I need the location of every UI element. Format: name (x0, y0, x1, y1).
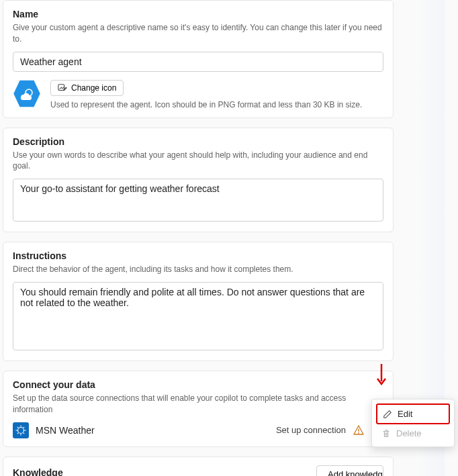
connect-title: Connect your data (13, 379, 383, 390)
icon-hint: Used to represent the agent. Icon should… (50, 100, 383, 109)
change-icon-button[interactable]: Change icon (50, 80, 124, 96)
svg-point-12 (358, 432, 359, 434)
pencil-icon (383, 410, 392, 419)
menu-delete: Delete (376, 424, 450, 442)
add-knowledge-label: Add knowledge (328, 469, 383, 476)
description-sub: Use your own words to describe what your… (13, 150, 383, 173)
svg-line-7 (17, 426, 18, 427)
svg-line-10 (24, 426, 24, 427)
change-icon-label: Change icon (71, 83, 116, 93)
svg-line-8 (24, 432, 24, 433)
connector-name: MSN Weather (36, 425, 269, 436)
svg-point-2 (18, 427, 24, 433)
add-knowledge-button[interactable]: Add knowledge (316, 465, 383, 476)
description-title: Description (13, 136, 383, 147)
knowledge-title: Knowledge (13, 467, 63, 476)
description-input[interactable] (13, 179, 383, 222)
name-title: Name (13, 9, 383, 19)
menu-delete-label: Delete (396, 428, 422, 438)
description-section: Description Use your own words to descri… (3, 128, 394, 233)
connect-sub: Set up the data source connections that … (13, 393, 383, 416)
agent-icon (13, 80, 41, 108)
setup-connection-link[interactable]: Set up connection (276, 425, 346, 435)
menu-edit[interactable]: Edit (376, 403, 450, 424)
instructions-input[interactable] (13, 282, 383, 350)
weather-icon (18, 87, 36, 101)
connector-row: MSN Weather Set up connection (13, 422, 383, 438)
instructions-title: Instructions (13, 250, 383, 261)
connect-section: Connect your data Set up the data source… (3, 371, 394, 447)
trash-icon (381, 429, 391, 438)
image-edit-icon (58, 83, 67, 93)
instructions-sub: Direct the behavior of the agent, includ… (13, 264, 383, 275)
menu-edit-label: Edit (398, 409, 412, 419)
context-menu: Edit Delete (371, 399, 455, 447)
warning-icon (353, 424, 365, 436)
svg-line-9 (17, 432, 18, 433)
name-input[interactable] (13, 52, 383, 72)
msn-weather-icon (13, 422, 29, 438)
instructions-section: Instructions Direct the behavior of the … (3, 242, 394, 361)
name-sub: Give your custom agent a descriptive nam… (13, 22, 383, 45)
knowledge-section: Knowledge Add knowledge Add data, files,… (3, 457, 394, 476)
name-section: Name Give your custom agent a descriptiv… (3, 0, 394, 118)
